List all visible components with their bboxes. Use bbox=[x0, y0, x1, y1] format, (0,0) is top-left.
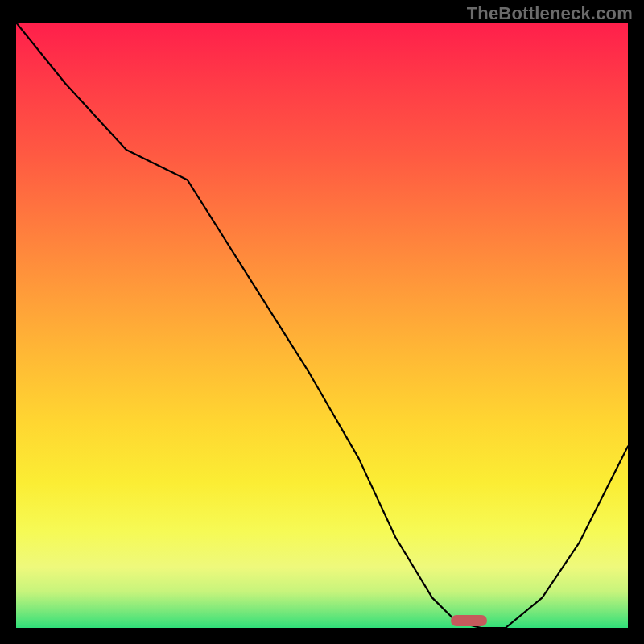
bottleneck-curve bbox=[16, 23, 628, 628]
chart-frame: TheBottleneck.com bbox=[0, 0, 644, 644]
plot-area bbox=[16, 23, 628, 628]
watermark-text: TheBottleneck.com bbox=[467, 3, 633, 24]
curve-path bbox=[16, 23, 628, 628]
optimum-marker bbox=[451, 615, 488, 626]
